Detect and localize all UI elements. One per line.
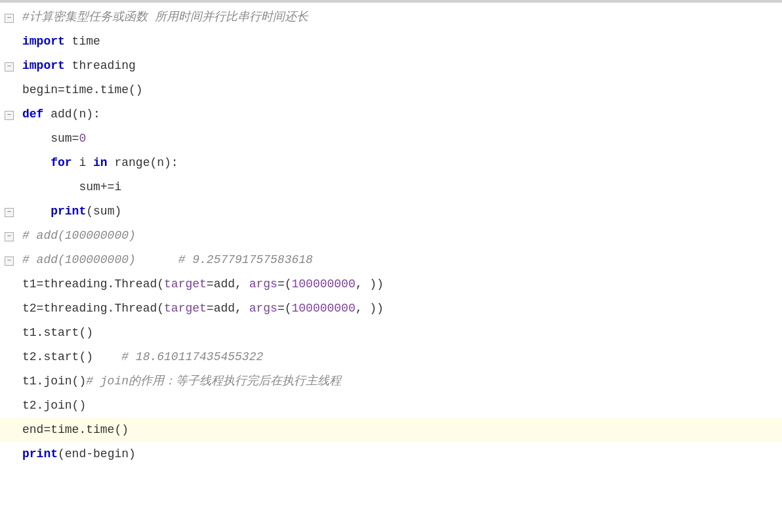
code-line: begin=time.time() <box>0 78 782 102</box>
plain-text: t1=threading.Thread( <box>22 277 164 291</box>
fold-icon-minus[interactable]: − <box>5 62 14 72</box>
code-content: t1.join()# join的作用：等子线程执行完后在执行主线程 <box>18 369 341 394</box>
comment-text: # 18.610117435455322 <box>121 350 263 363</box>
fold-gutter <box>0 30 18 54</box>
code-content: t2=threading.Thread(target=add, args=(10… <box>18 297 384 321</box>
plain-text: =( <box>278 302 292 315</box>
keyword: import <box>22 59 65 72</box>
fold-gutter <box>0 151 18 175</box>
code-content: # add(100000000) <box>18 224 136 248</box>
fold-gutter <box>0 418 18 442</box>
plain-text: =( <box>278 277 292 291</box>
plain-text: t1.join() <box>22 375 86 388</box>
keyword: import <box>22 35 65 48</box>
code-line: sum=0 <box>0 127 782 151</box>
code-line: − # add(100000000) # 9.257791757583618 <box>0 248 782 272</box>
code-line: − import threading <box>0 54 782 78</box>
code-content: t2.join() <box>18 394 86 418</box>
fold-gutter <box>0 321 18 345</box>
param-name: target <box>164 302 207 315</box>
code-content: print(end-begin) <box>18 442 136 466</box>
code-area: − #计算密集型任务或函数 所用时间并行比串行时间还长 import time … <box>0 3 782 466</box>
plain-text: range(n): <box>108 156 178 169</box>
code-line: − #计算密集型任务或函数 所用时间并行比串行时间还长 <box>0 5 782 30</box>
code-line: t1.join()# join的作用：等子线程执行完后在执行主线程 <box>0 369 782 394</box>
plain-text <box>22 156 51 169</box>
plain-text: , )) <box>356 302 384 315</box>
plain-text: t2=threading.Thread( <box>22 302 164 315</box>
fold-icon-minus[interactable]: − <box>5 256 14 266</box>
fold-gutter <box>0 78 18 102</box>
plain-text: , )) <box>356 277 384 291</box>
code-content: # add(100000000) # 9.257791757583618 <box>18 248 313 272</box>
code-content: for i in range(n): <box>18 151 178 175</box>
editor-container: − #计算密集型任务或函数 所用时间并行比串行时间还长 import time … <box>0 0 782 532</box>
code-line: sum+=i <box>0 175 782 199</box>
fold-gutter: − <box>0 199 18 224</box>
plain-text: t2.join() <box>22 399 86 412</box>
fold-icon-minus[interactable]: − <box>5 208 14 217</box>
plain-text: (sum) <box>86 205 121 218</box>
code-content: #计算密集型任务或函数 所用时间并行比串行时间还长 <box>18 5 308 30</box>
keyword: in <box>93 156 108 169</box>
comment-text: #计算密集型任务或函数 所用时间并行比串行时间还长 <box>22 10 308 24</box>
code-line: t1=threading.Thread(target=add, args=(10… <box>0 272 782 297</box>
code-content: sum=0 <box>18 127 86 151</box>
keyword: print <box>51 205 86 218</box>
fold-gutter: − <box>0 248 18 272</box>
code-line: t2.start() # 18.610117435455322 <box>0 345 782 369</box>
fold-gutter <box>0 394 18 418</box>
code-content: import time <box>18 30 100 54</box>
comment-text: # add(100000000) # 9.257791757583618 <box>22 253 313 266</box>
fold-gutter <box>0 297 18 321</box>
code-content: t2.start() # 18.610117435455322 <box>18 345 263 369</box>
code-content: end=time.time() <box>18 418 129 442</box>
keyword: for <box>51 156 72 169</box>
plain-text: i <box>72 156 93 169</box>
fold-icon-minus[interactable]: − <box>5 111 14 120</box>
number: 100000000 <box>292 302 356 315</box>
plain-text: =add, <box>207 277 249 291</box>
plain-text: time <box>65 35 100 48</box>
plain-text: (end-begin) <box>58 447 136 460</box>
plain-text: sum= <box>22 132 79 145</box>
fold-gutter: − <box>0 224 18 248</box>
plain-text: threading <box>65 59 136 72</box>
param-name: args <box>249 302 278 315</box>
fold-gutter <box>0 442 18 466</box>
code-content: import threading <box>18 54 136 78</box>
fold-icon-minus[interactable]: − <box>5 14 14 23</box>
param-name: args <box>249 277 278 291</box>
plain-text: =add, <box>207 302 249 315</box>
keyword: def <box>22 108 43 121</box>
plain-text: add(n): <box>43 108 100 121</box>
code-line: for i in range(n): <box>0 151 782 175</box>
plain-text: begin=time.time() <box>22 83 143 96</box>
code-line: import time <box>0 30 782 54</box>
fold-gutter: − <box>0 54 18 78</box>
param-name: target <box>164 277 207 291</box>
fold-gutter <box>0 127 18 151</box>
plain-text: t1.start() <box>22 326 93 339</box>
plain-text: t2.start() <box>22 350 121 363</box>
code-content: sum+=i <box>18 175 121 199</box>
fold-gutter: − <box>0 5 18 30</box>
code-line: − # add(100000000) <box>0 224 782 248</box>
plain-text <box>22 205 51 218</box>
code-line: t2=threading.Thread(target=add, args=(10… <box>0 297 782 321</box>
code-line: t1.start() <box>0 321 782 345</box>
comment-text: # join的作用：等子线程执行完后在执行主线程 <box>86 375 341 388</box>
fold-gutter <box>0 272 18 297</box>
fold-gutter <box>0 175 18 199</box>
fold-gutter <box>0 345 18 369</box>
number: 100000000 <box>292 277 356 291</box>
fold-icon-minus[interactable]: − <box>5 232 14 241</box>
fold-gutter: − <box>0 102 18 127</box>
code-line-highlighted: end=time.time() <box>0 418 782 442</box>
code-content: t1=threading.Thread(target=add, args=(10… <box>18 272 384 297</box>
code-line: − def add(n): <box>0 102 782 127</box>
number: 0 <box>79 132 86 145</box>
code-content: begin=time.time() <box>18 78 143 102</box>
code-line: t2.join() <box>0 394 782 418</box>
fold-gutter <box>0 369 18 394</box>
